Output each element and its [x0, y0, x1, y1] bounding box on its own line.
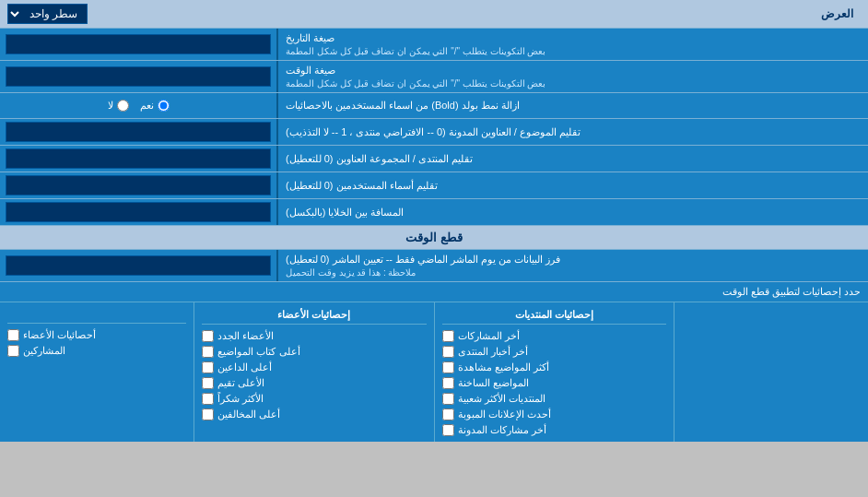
cb-most-thanked[interactable] — [202, 393, 214, 405]
checkbox-item: أكثر المواضيع مشاهدة — [442, 360, 666, 375]
cb-most-viewed[interactable] — [442, 361, 454, 373]
section-header-cutoff: قطع الوقت — [0, 226, 868, 250]
checkbox-col-empty — [674, 302, 868, 442]
row-bold-remove: ازالة نمط بولد (Bold) من اسماء المستخدمي… — [0, 93, 868, 119]
stats-header: حدد إحصائيات لتطبيق قطع الوقت — [0, 282, 868, 302]
display-dropdown[interactable]: سطر واحد سطرين ثلاثة أسطر — [7, 4, 88, 24]
checkbox-item: الأعلى تقيم — [202, 375, 426, 391]
checkbox-item: أخر مشاركات المدونة — [442, 422, 666, 438]
input-cutoff[interactable]: 0 — [6, 255, 271, 276]
radio-yes-label[interactable]: نعم — [140, 100, 170, 112]
cb-new-members[interactable] — [202, 330, 214, 342]
row-date-format: صيغة التاريخ بعض التكوينات يتطلب "/" الت… — [0, 29, 868, 61]
row-time-format: صيغة الوقت بعض التكوينات يتطلب "/" التي … — [0, 61, 868, 93]
top-bar: العرض سطر واحد سطرين ثلاثة أسطر — [0, 0, 868, 29]
input-usernames[interactable]: 0 — [6, 175, 271, 195]
label-date-format: صيغة التاريخ بعض التكوينات يتطلب "/" الت… — [276, 29, 868, 60]
cb-top-violators[interactable] — [202, 408, 214, 420]
checkbox-col-forums: إحصائيات المنتديات أخر المشاركات أخر أخب… — [434, 302, 674, 442]
checkboxes-grid: إحصائيات المنتديات أخر المشاركات أخر أخب… — [0, 302, 868, 442]
checkbox-item: أحصائيات الأعضاء — [7, 327, 186, 343]
row-cutoff: فرز البيانات من يوم الماشر الماضي فقط --… — [0, 250, 868, 282]
cb-top-rated[interactable] — [202, 377, 214, 389]
checkbox-item: الأكثر شكراً — [202, 391, 426, 407]
checkbox-item: أعلى المخالفين — [202, 407, 426, 422]
radio-no-label[interactable]: لا — [108, 100, 129, 112]
input-cell-usernames: 0 — [0, 172, 276, 198]
cb-latest-posts[interactable] — [442, 330, 454, 342]
cb-classifieds[interactable] — [442, 408, 454, 420]
cb-top-referrers[interactable] — [202, 361, 214, 373]
checkbox-item: أخر أخبار المنتدى — [442, 344, 666, 360]
label-subject-titles: تقليم الموضوع / العناوين المدونة (0 -- ا… — [276, 119, 868, 145]
checkbox-item: أعلى الداعين — [202, 360, 426, 375]
label-time-format: صيغة الوقت بعض التكوينات يتطلب "/" التي … — [276, 61, 868, 92]
label-forum-titles: تقليم المنتدى / المجموعة العناوين (0 للت… — [276, 146, 868, 172]
input-cell-forum: 33 — [0, 146, 276, 172]
input-cell-cutoff: 0 — [0, 250, 276, 281]
cb-participants[interactable] — [7, 345, 19, 357]
row-subject-titles: تقليم الموضوع / العناوين المدونة (0 -- ا… — [0, 119, 868, 146]
checkbox-col-members: إحصائيات الأعضاء الأعضاء الجدد أعلى كتاب… — [194, 302, 433, 442]
row-forum-titles: تقليم المنتدى / المجموعة العناوين (0 للت… — [0, 146, 868, 172]
top-label: العرض — [88, 7, 853, 20]
checkbox-col-extra: أحصائيات الأعضاء المشاركين — [0, 302, 194, 442]
radio-yes[interactable] — [158, 100, 170, 112]
input-forum-titles[interactable]: 33 — [6, 148, 271, 169]
label-cutoff: فرز البيانات من يوم الماشر الماضي فقط --… — [276, 250, 868, 281]
label-cell-spacing: المسافة بين الخلايا (بالبكسل) — [276, 199, 868, 225]
cb-forum-news[interactable] — [442, 346, 454, 358]
col-header-forums: إحصائيات المنتديات — [442, 306, 666, 325]
input-cell-spacing: 2 — [0, 199, 276, 225]
row-usernames: تقليم أسماء المستخدمين (0 للتعطيل) 0 — [0, 172, 868, 199]
main-container: العرض سطر واحد سطرين ثلاثة أسطر صيغة الت… — [0, 0, 868, 442]
input-time-format[interactable]: H:i — [6, 66, 271, 87]
input-cell-time: H:i — [0, 61, 276, 92]
col-header-extra — [7, 306, 186, 324]
cb-popular-forums[interactable] — [442, 393, 454, 405]
input-cell-date: d-m — [0, 29, 276, 60]
col-header-members: إحصائيات الأعضاء — [202, 306, 426, 325]
checkbox-item: أحدث الإعلانات المبوبة — [442, 407, 666, 422]
checkbox-item: الأعضاء الجدد — [202, 328, 426, 344]
input-cell-spacing[interactable]: 2 — [6, 202, 271, 222]
checkbox-item: المنتديات الأكثر شعبية — [442, 391, 666, 407]
cb-blog-posts[interactable] — [442, 424, 454, 436]
radio-cell-bold: نعم لا — [0, 93, 276, 118]
checkbox-item: المشاركين — [7, 343, 186, 359]
input-subject-titles[interactable]: 33 — [6, 122, 271, 142]
cb-member-stats[interactable] — [7, 329, 19, 341]
checkbox-item: أخر المشاركات — [442, 328, 666, 344]
label-bold-remove: ازالة نمط بولد (Bold) من اسماء المستخدمي… — [276, 93, 868, 118]
radio-no[interactable] — [117, 100, 129, 112]
checkbox-item: أعلى كتاب المواضيع — [202, 344, 426, 360]
row-cell-spacing: المسافة بين الخلايا (بالبكسل) 2 — [0, 199, 868, 226]
input-cell-subject: 33 — [0, 119, 276, 145]
checkbox-item: المواضيع الساخنة — [442, 375, 666, 391]
cb-top-posters[interactable] — [202, 346, 214, 358]
label-usernames: تقليم أسماء المستخدمين (0 للتعطيل) — [276, 172, 868, 198]
cb-hot-topics[interactable] — [442, 377, 454, 389]
input-date-format[interactable]: d-m — [6, 34, 271, 54]
